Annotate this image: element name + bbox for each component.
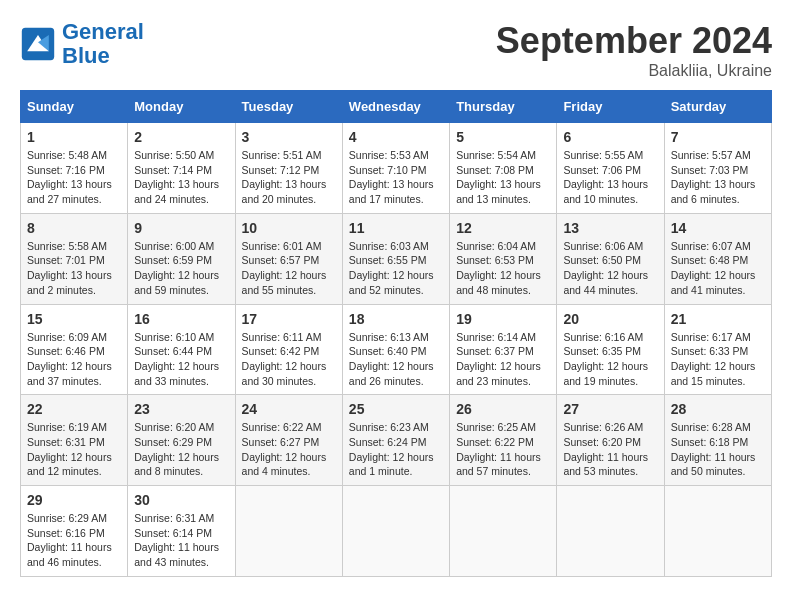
calendar-cell: 26Sunrise: 6:25 AM Sunset: 6:22 PM Dayli… <box>450 395 557 486</box>
calendar-cell: 6Sunrise: 5:55 AM Sunset: 7:06 PM Daylig… <box>557 123 664 214</box>
calendar-week-1: 1Sunrise: 5:48 AM Sunset: 7:16 PM Daylig… <box>21 123 772 214</box>
day-number: 3 <box>242 129 336 145</box>
calendar-cell: 22Sunrise: 6:19 AM Sunset: 6:31 PM Dayli… <box>21 395 128 486</box>
day-info: Sunrise: 6:03 AM Sunset: 6:55 PM Dayligh… <box>349 239 443 298</box>
col-sunday: Sunday <box>21 91 128 123</box>
day-info: Sunrise: 6:17 AM Sunset: 6:33 PM Dayligh… <box>671 330 765 389</box>
day-number: 1 <box>27 129 121 145</box>
col-saturday: Saturday <box>664 91 771 123</box>
day-info: Sunrise: 6:06 AM Sunset: 6:50 PM Dayligh… <box>563 239 657 298</box>
day-number: 29 <box>27 492 121 508</box>
day-info: Sunrise: 5:55 AM Sunset: 7:06 PM Dayligh… <box>563 148 657 207</box>
day-info: Sunrise: 6:07 AM Sunset: 6:48 PM Dayligh… <box>671 239 765 298</box>
day-number: 20 <box>563 311 657 327</box>
day-number: 28 <box>671 401 765 417</box>
calendar-cell <box>235 486 342 577</box>
day-info: Sunrise: 5:57 AM Sunset: 7:03 PM Dayligh… <box>671 148 765 207</box>
logo-line1: General <box>62 19 144 44</box>
day-info: Sunrise: 6:28 AM Sunset: 6:18 PM Dayligh… <box>671 420 765 479</box>
calendar-cell: 10Sunrise: 6:01 AM Sunset: 6:57 PM Dayli… <box>235 213 342 304</box>
month-title: September 2024 <box>496 20 772 62</box>
col-monday: Monday <box>128 91 235 123</box>
calendar-cell: 20Sunrise: 6:16 AM Sunset: 6:35 PM Dayli… <box>557 304 664 395</box>
day-info: Sunrise: 6:11 AM Sunset: 6:42 PM Dayligh… <box>242 330 336 389</box>
calendar-cell: 19Sunrise: 6:14 AM Sunset: 6:37 PM Dayli… <box>450 304 557 395</box>
day-number: 10 <box>242 220 336 236</box>
day-number: 8 <box>27 220 121 236</box>
logo-line2: Blue <box>62 43 110 68</box>
day-number: 13 <box>563 220 657 236</box>
day-number: 6 <box>563 129 657 145</box>
day-number: 15 <box>27 311 121 327</box>
day-info: Sunrise: 5:53 AM Sunset: 7:10 PM Dayligh… <box>349 148 443 207</box>
calendar-cell: 23Sunrise: 6:20 AM Sunset: 6:29 PM Dayli… <box>128 395 235 486</box>
calendar-cell: 17Sunrise: 6:11 AM Sunset: 6:42 PM Dayli… <box>235 304 342 395</box>
calendar-cell: 15Sunrise: 6:09 AM Sunset: 6:46 PM Dayli… <box>21 304 128 395</box>
day-number: 5 <box>456 129 550 145</box>
calendar-week-2: 8Sunrise: 5:58 AM Sunset: 7:01 PM Daylig… <box>21 213 772 304</box>
calendar-cell: 12Sunrise: 6:04 AM Sunset: 6:53 PM Dayli… <box>450 213 557 304</box>
logo-icon <box>20 26 56 62</box>
day-number: 25 <box>349 401 443 417</box>
col-wednesday: Wednesday <box>342 91 449 123</box>
day-number: 2 <box>134 129 228 145</box>
calendar-cell <box>450 486 557 577</box>
calendar-cell: 30Sunrise: 6:31 AM Sunset: 6:14 PM Dayli… <box>128 486 235 577</box>
day-info: Sunrise: 6:19 AM Sunset: 6:31 PM Dayligh… <box>27 420 121 479</box>
page-header: General Blue September 2024 Balakliia, U… <box>20 20 772 80</box>
day-number: 22 <box>27 401 121 417</box>
day-info: Sunrise: 5:54 AM Sunset: 7:08 PM Dayligh… <box>456 148 550 207</box>
title-block: September 2024 Balakliia, Ukraine <box>496 20 772 80</box>
calendar-cell: 13Sunrise: 6:06 AM Sunset: 6:50 PM Dayli… <box>557 213 664 304</box>
day-number: 30 <box>134 492 228 508</box>
calendar-week-5: 29Sunrise: 6:29 AM Sunset: 6:16 PM Dayli… <box>21 486 772 577</box>
calendar-cell: 18Sunrise: 6:13 AM Sunset: 6:40 PM Dayli… <box>342 304 449 395</box>
day-number: 4 <box>349 129 443 145</box>
day-number: 11 <box>349 220 443 236</box>
day-number: 12 <box>456 220 550 236</box>
calendar-cell: 2Sunrise: 5:50 AM Sunset: 7:14 PM Daylig… <box>128 123 235 214</box>
calendar-cell <box>664 486 771 577</box>
day-info: Sunrise: 6:00 AM Sunset: 6:59 PM Dayligh… <box>134 239 228 298</box>
day-number: 27 <box>563 401 657 417</box>
calendar-cell: 24Sunrise: 6:22 AM Sunset: 6:27 PM Dayli… <box>235 395 342 486</box>
calendar-week-3: 15Sunrise: 6:09 AM Sunset: 6:46 PM Dayli… <box>21 304 772 395</box>
day-info: Sunrise: 6:14 AM Sunset: 6:37 PM Dayligh… <box>456 330 550 389</box>
day-number: 21 <box>671 311 765 327</box>
day-info: Sunrise: 6:20 AM Sunset: 6:29 PM Dayligh… <box>134 420 228 479</box>
day-number: 18 <box>349 311 443 327</box>
col-tuesday: Tuesday <box>235 91 342 123</box>
calendar-cell: 11Sunrise: 6:03 AM Sunset: 6:55 PM Dayli… <box>342 213 449 304</box>
calendar-cell: 14Sunrise: 6:07 AM Sunset: 6:48 PM Dayli… <box>664 213 771 304</box>
day-info: Sunrise: 6:23 AM Sunset: 6:24 PM Dayligh… <box>349 420 443 479</box>
day-number: 17 <box>242 311 336 327</box>
day-info: Sunrise: 6:29 AM Sunset: 6:16 PM Dayligh… <box>27 511 121 570</box>
day-number: 9 <box>134 220 228 236</box>
day-number: 24 <box>242 401 336 417</box>
calendar-week-4: 22Sunrise: 6:19 AM Sunset: 6:31 PM Dayli… <box>21 395 772 486</box>
day-info: Sunrise: 5:50 AM Sunset: 7:14 PM Dayligh… <box>134 148 228 207</box>
calendar-cell: 5Sunrise: 5:54 AM Sunset: 7:08 PM Daylig… <box>450 123 557 214</box>
day-info: Sunrise: 6:13 AM Sunset: 6:40 PM Dayligh… <box>349 330 443 389</box>
calendar-cell: 21Sunrise: 6:17 AM Sunset: 6:33 PM Dayli… <box>664 304 771 395</box>
calendar-cell: 9Sunrise: 6:00 AM Sunset: 6:59 PM Daylig… <box>128 213 235 304</box>
header-row: Sunday Monday Tuesday Wednesday Thursday… <box>21 91 772 123</box>
day-info: Sunrise: 6:26 AM Sunset: 6:20 PM Dayligh… <box>563 420 657 479</box>
day-info: Sunrise: 6:22 AM Sunset: 6:27 PM Dayligh… <box>242 420 336 479</box>
calendar-cell <box>342 486 449 577</box>
calendar-cell: 3Sunrise: 5:51 AM Sunset: 7:12 PM Daylig… <box>235 123 342 214</box>
calendar-cell: 27Sunrise: 6:26 AM Sunset: 6:20 PM Dayli… <box>557 395 664 486</box>
calendar-cell: 28Sunrise: 6:28 AM Sunset: 6:18 PM Dayli… <box>664 395 771 486</box>
calendar-cell: 29Sunrise: 6:29 AM Sunset: 6:16 PM Dayli… <box>21 486 128 577</box>
day-info: Sunrise: 6:10 AM Sunset: 6:44 PM Dayligh… <box>134 330 228 389</box>
calendar-header: Sunday Monday Tuesday Wednesday Thursday… <box>21 91 772 123</box>
day-number: 26 <box>456 401 550 417</box>
calendar-body: 1Sunrise: 5:48 AM Sunset: 7:16 PM Daylig… <box>21 123 772 577</box>
day-number: 19 <box>456 311 550 327</box>
day-info: Sunrise: 6:04 AM Sunset: 6:53 PM Dayligh… <box>456 239 550 298</box>
calendar-cell: 1Sunrise: 5:48 AM Sunset: 7:16 PM Daylig… <box>21 123 128 214</box>
day-info: Sunrise: 5:58 AM Sunset: 7:01 PM Dayligh… <box>27 239 121 298</box>
calendar-cell <box>557 486 664 577</box>
day-info: Sunrise: 6:25 AM Sunset: 6:22 PM Dayligh… <box>456 420 550 479</box>
day-info: Sunrise: 5:51 AM Sunset: 7:12 PM Dayligh… <box>242 148 336 207</box>
